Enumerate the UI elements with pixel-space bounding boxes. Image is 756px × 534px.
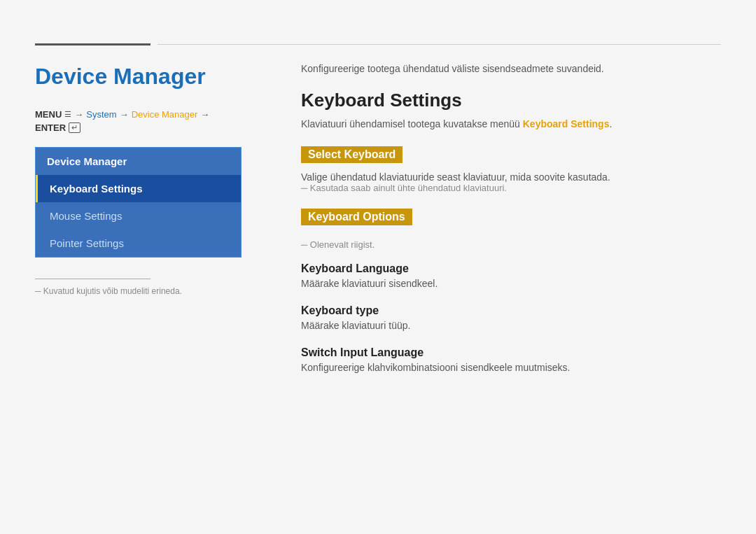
left-column: Device Manager MENU ☰ → System → Device … <box>35 63 241 296</box>
keyboard-type-block: Keyboard type Määrake klaviatuuri tüüp. <box>301 304 721 331</box>
breadcrumb-menu-icon: ☰ <box>64 110 71 119</box>
select-keyboard-desc: Valige ühendatud klaviatuuride seast kla… <box>301 171 721 183</box>
keyboard-type-title: Keyboard type <box>301 304 721 317</box>
intro-text: Konfigureerige tootega ühendatud väliste… <box>301 63 721 74</box>
select-keyboard-badge: Select Keyboard <box>301 146 721 171</box>
breadcrumb-device-manager: Device Manager <box>132 109 198 120</box>
top-line-left <box>35 43 150 45</box>
top-lines <box>35 43 721 45</box>
nav-item-mouse-settings[interactable]: Mouse Settings <box>36 202 241 230</box>
switch-input-title: Switch Input Language <box>301 346 721 359</box>
page-title: Device Manager <box>35 63 241 90</box>
select-keyboard-label: Select Keyboard <box>301 146 402 163</box>
keyboard-language-desc: Määrake klaviatuuri sisendkeel. <box>301 278 721 289</box>
section-desc-highlight: Keyboard Settings <box>523 118 610 129</box>
breadcrumb-system: System <box>86 109 116 120</box>
nav-item-keyboard-settings[interactable]: Keyboard Settings <box>36 175 241 202</box>
keyboard-language-title: Keyboard Language <box>301 262 721 275</box>
keyboard-type-desc: Määrake klaviatuuri tüüp. <box>301 320 721 331</box>
keyboard-options-badge: Keyboard Options <box>301 209 721 234</box>
breadcrumb-arrow3: → <box>200 109 209 120</box>
breadcrumb-arrow1: → <box>74 109 83 120</box>
page-container: Device Manager MENU ☰ → System → Device … <box>0 0 756 534</box>
nav-item-pointer-settings[interactable]: Pointer Settings <box>36 230 241 257</box>
breadcrumb: MENU ☰ → System → Device Manager → ENTER… <box>35 109 241 133</box>
breadcrumb-menu: MENU <box>35 109 62 120</box>
section-title: Keyboard Settings <box>301 90 721 111</box>
select-keyboard-block: Valige ühendatud klaviatuuride seast kla… <box>301 171 721 193</box>
nav-header: Device Manager <box>36 148 241 175</box>
switch-input-desc: Konfigureerige klahvikombinatsiooni sise… <box>301 362 721 373</box>
breadcrumb-enter: ENTER <box>35 122 66 133</box>
section-desc-plain: Klaviatuuri ühendamisel tootega kuvataks… <box>301 118 523 129</box>
left-footnote: Kuvatud kujutis võib mudeliti erineda. <box>35 286 241 296</box>
top-line-right <box>158 44 721 45</box>
section-desc-end: . <box>609 118 612 129</box>
keyboard-language-block: Keyboard Language Määrake klaviatuuri si… <box>301 262 721 289</box>
switch-input-block: Switch Input Language Konfigureerige kla… <box>301 346 721 373</box>
left-divider <box>35 279 150 279</box>
keyboard-options-note: Olenevalt riigist. <box>301 239 721 250</box>
nav-box: Device Manager Keyboard Settings Mouse S… <box>35 147 241 258</box>
breadcrumb-arrow2: → <box>120 109 129 120</box>
keyboard-options-label: Keyboard Options <box>301 209 412 225</box>
select-keyboard-note: Kasutada saab ainult ühte ühendatud klav… <box>301 183 721 193</box>
section-desc: Klaviatuuri ühendamisel tootega kuvataks… <box>301 118 721 129</box>
right-column: Konfigureerige tootega ühendatud väliste… <box>301 63 721 388</box>
breadcrumb-enter-icon: ↵ <box>69 122 80 133</box>
